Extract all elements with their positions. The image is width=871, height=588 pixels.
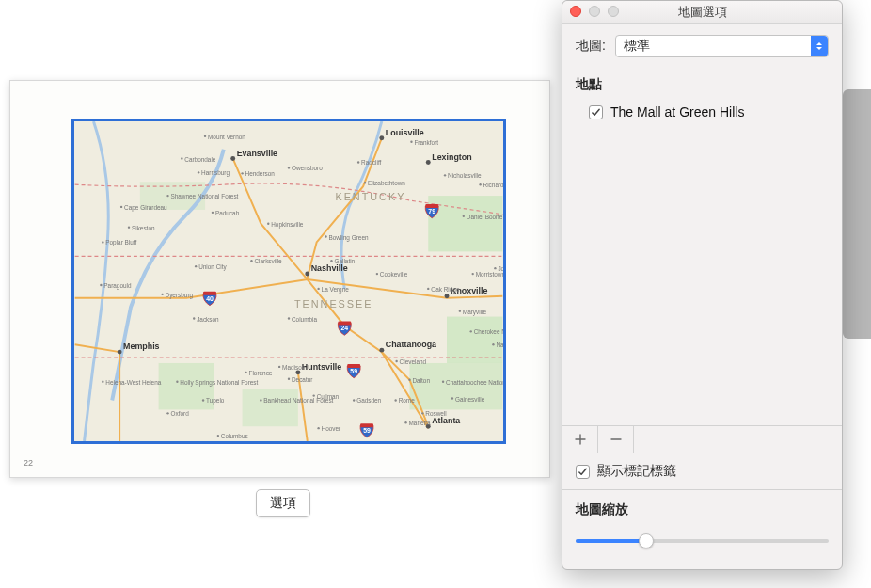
map-city-minor: Dyersburg [166,292,194,299]
map-city-minor: Columbus [221,433,248,439]
map-city-major: Nashville [311,263,348,273]
select-stepper-icon[interactable] [811,36,828,56]
right-edge-strip [843,89,871,339]
svg-point-32 [325,235,326,237]
map-state-label: TENNESSEE [294,298,373,310]
svg-point-61 [202,399,204,401]
map-city-minor: Poplar Bluff [105,239,136,246]
map-city-minor: Cape Girardeau [124,204,167,212]
svg-point-20 [198,171,199,173]
map-city-minor: Madison [282,364,306,371]
svg-point-35 [267,223,269,225]
locations-header: 地點 [576,76,829,93]
map-city-minor: Tupelo [206,397,225,405]
svg-point-50 [492,343,494,345]
panel-titlebar[interactable]: 地圖選項 [562,1,842,24]
svg-point-33 [250,260,252,262]
svg-point-55 [395,360,397,362]
map-city-minor: Hopkinsville [271,221,304,229]
svg-point-18 [204,135,206,137]
options-button[interactable]: 選項 [256,489,310,517]
map-city-major: Louisville [386,128,424,137]
show-labels-checkbox[interactable] [576,465,590,479]
svg-point-27 [364,182,366,183]
map-city-minor: Carbondale [184,156,216,163]
book-page: KENTUCKYTENNESSEE LouisvilleLexingtonEva… [9,80,550,478]
map-city-minor: Decatur [292,376,313,383]
svg-point-49 [470,330,472,332]
svg-point-34 [463,215,465,217]
svg-point-58 [176,381,178,383]
map-city-major: Chattanooga [386,340,436,349]
zoom-icon [608,6,619,17]
map-city-minor: Union City [198,263,227,271]
svg-point-57 [102,381,103,383]
svg-point-26 [479,183,481,185]
svg-point-45 [161,294,163,295]
zoom-slider-thumb[interactable] [639,533,654,548]
map-city-minor: Cookeville [380,271,408,278]
map-canvas[interactable]: KENTUCKYTENNESSEE LouisvilleLexingtonEva… [74,121,503,441]
map-city-minor: Owensboro [292,165,323,171]
map-city-minor: Columbia [292,316,317,323]
show-labels-row[interactable]: 顯示標記標籤 [562,453,842,490]
svg-point-24 [241,172,243,174]
minus-icon [610,433,623,446]
svg-point-62 [353,399,355,401]
map-city-minor: Mount Vernon [208,134,245,140]
svg-text:59: 59 [363,427,371,434]
svg-point-65 [166,412,168,414]
map-frame[interactable]: KENTUCKYTENNESSEE LouisvilleLexingtonEva… [71,119,506,444]
plus-icon [574,433,587,446]
svg-text:79: 79 [428,208,436,215]
map-city-major: Atlanta [432,416,460,425]
map-city-minor: Shawnee National Forest [170,193,238,199]
svg-text:24: 24 [340,325,348,331]
map-city-major: Evansville [237,149,277,158]
svg-point-13 [445,294,450,298]
svg-point-36 [102,241,103,243]
location-checkbox[interactable] [589,105,603,119]
svg-point-67 [404,421,406,423]
map-city-minor: Helena-West Helena [105,379,161,386]
svg-point-22 [288,167,290,168]
map-city-minor: Marietta [409,420,432,426]
svg-rect-5 [243,389,298,427]
location-label: The Mall at Green Hills [610,104,744,119]
map-type-value: 標準 [624,38,650,55]
svg-point-25 [444,174,446,176]
map-type-label: 地圖: [576,38,606,55]
svg-point-68 [317,427,319,429]
svg-point-19 [181,157,182,159]
remove-location-button[interactable] [598,426,634,453]
zoom-label: 地圖縮放 [576,501,829,518]
svg-point-51 [245,372,246,373]
svg-point-11 [230,156,235,161]
location-row[interactable]: The Mall at Green Hills [576,104,829,119]
svg-point-47 [193,317,195,319]
svg-point-43 [427,288,429,290]
map-city-major: Huntsville [302,362,341,372]
add-remove-row [562,425,842,453]
map-city-minor: La Vergne [322,286,350,294]
svg-point-29 [120,206,122,208]
svg-point-23 [357,161,359,163]
close-icon[interactable] [570,6,581,17]
svg-point-42 [317,288,319,290]
map-city-minor: Cleveland [400,358,427,365]
map-city-minor: Cherokee National Forest [474,328,503,335]
add-location-button[interactable] [562,426,598,453]
map-city-minor: Frankfort [414,139,438,146]
svg-point-54 [313,394,315,396]
svg-point-56 [408,379,410,381]
svg-rect-2 [447,317,502,363]
map-city-major: Memphis [123,342,160,351]
map-city-minor: Harrisburg [201,169,230,177]
map-city-minor: Florence [249,370,273,376]
svg-point-63 [394,399,396,401]
svg-point-46 [459,310,461,311]
zoom-slider[interactable] [576,530,829,552]
map-type-select[interactable]: 標準 [615,35,829,57]
map-city-minor: Oxford [170,410,189,417]
map-city-minor: Paragould [103,282,132,290]
